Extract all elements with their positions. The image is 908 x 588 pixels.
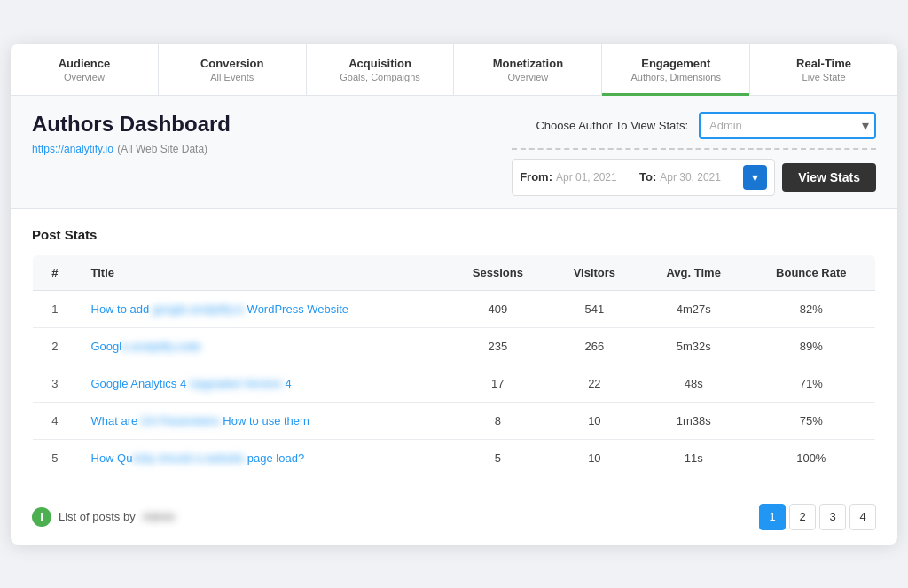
row-title: Google Analytics 4 Upgraded Version 4 <box>77 365 447 402</box>
row-title: What are GA Parameters How to use them <box>77 402 447 439</box>
author-select-wrapper[interactable]: Admin <box>699 112 876 139</box>
row-num: 1 <box>33 290 77 327</box>
info-icon: i <box>32 507 51 527</box>
header-right: Choose Author To View Stats: Admin From:… <box>512 112 876 196</box>
date-row: From: To: ▾ View Stats <box>512 148 876 196</box>
title-blurred-part: ickly should a website <box>132 451 244 465</box>
title-blurred-part: GA Parameters <box>141 414 223 427</box>
date-to-input[interactable] <box>660 171 740 184</box>
post-stats-table: # Title Sessions Visitors Avg. Time Boun… <box>32 255 876 477</box>
row-visitors: 10 <box>549 402 640 439</box>
tab-acquisition[interactable]: Acquisition Goals, Compaigns <box>307 44 455 95</box>
row-title: How to add google.analytify.io WordPress… <box>77 290 447 327</box>
col-header-visitors: Visitors <box>549 255 640 290</box>
footer-info: i List of posts by Admin <box>32 507 176 527</box>
post-title-link[interactable]: How Quickly should a website page load? <box>91 451 305 465</box>
row-visitors: 10 <box>549 439 640 476</box>
row-visitors: 541 <box>549 290 640 327</box>
row-bounce-rate: 75% <box>748 402 876 439</box>
row-sessions: 235 <box>447 327 549 365</box>
title-blurred-part: google.analytify.io <box>153 302 244 316</box>
post-title-link[interactable]: Google Analytics 4 Upgraded Version 4 <box>91 377 292 390</box>
tab-audience[interactable]: Audience Overview <box>11 44 159 95</box>
row-num: 5 <box>33 439 77 476</box>
site-label: (All Web Site Data) <box>117 143 207 155</box>
footer-author-blurred: Admin <box>143 510 176 523</box>
page-button-1[interactable]: 1 <box>759 504 786 530</box>
row-visitors: 266 <box>549 327 640 365</box>
footer-list-label: List of posts by <box>59 510 136 523</box>
tab-monetization[interactable]: Monetization Overview <box>454 44 602 95</box>
row-num: 4 <box>33 402 77 439</box>
col-header-avgtime: Avg. Time <box>640 255 748 290</box>
row-num: 3 <box>33 365 77 402</box>
title-blurred-part: Upgraded Version <box>186 377 285 390</box>
row-title: Google.analytify.code <box>77 327 447 365</box>
tab-conversion[interactable]: Conversion All Events <box>159 44 307 95</box>
row-avg-time: 5m32s <box>640 327 748 365</box>
row-bounce-rate: 89% <box>748 327 876 365</box>
date-from-input[interactable] <box>556 171 636 184</box>
row-avg-time: 4m27s <box>640 290 748 327</box>
tab-engagement[interactable]: Engagement Authors, Dimensions <box>602 44 750 95</box>
table-row: 4What are GA Parameters How to use them8… <box>33 402 876 439</box>
row-bounce-rate: 82% <box>748 290 876 327</box>
row-bounce-rate: 71% <box>748 365 876 402</box>
date-range-box[interactable]: From: To: ▾ <box>512 159 775 196</box>
page-button-2[interactable]: 2 <box>789 504 816 530</box>
row-sessions: 409 <box>447 290 549 327</box>
pagination: 1234 <box>759 504 876 530</box>
row-bounce-rate: 100% <box>748 439 876 476</box>
page-button-4[interactable]: 4 <box>849 504 876 530</box>
row-sessions: 17 <box>447 365 549 402</box>
author-select-row: Choose Author To View Stats: Admin <box>536 112 876 139</box>
table-row: 2Google.analytify.code2352665m32s89% <box>33 327 876 365</box>
post-title-link[interactable]: How to add google.analytify.io WordPress… <box>91 302 349 316</box>
row-sessions: 8 <box>447 402 549 439</box>
view-stats-button[interactable]: View Stats <box>782 163 876 192</box>
date-dropdown-button[interactable]: ▾ <box>743 165 767 190</box>
row-avg-time: 1m38s <box>640 402 748 439</box>
post-title-link[interactable]: Google.analytify.code <box>91 340 201 353</box>
table-row: 1How to add google.analytify.io WordPres… <box>33 290 876 327</box>
dashboard-header: Authors Dashboard https://analytify.io (… <box>11 96 897 209</box>
col-header-sessions: Sessions <box>447 255 549 290</box>
title-blurred-part: e.analytify.code <box>121 340 200 353</box>
table-footer: i List of posts by Admin 1234 <box>11 495 897 545</box>
from-label: From: <box>520 170 552 184</box>
table-section: Post Stats # Title Sessions Visitors Avg… <box>11 209 897 495</box>
table-row: 5How Quickly should a website page load?… <box>33 439 876 476</box>
row-sessions: 5 <box>447 439 549 476</box>
header-left: Authors Dashboard https://analytify.io (… <box>32 112 231 156</box>
page-title: Authors Dashboard <box>32 112 231 137</box>
table-title: Post Stats <box>32 227 876 242</box>
col-header-title: Title <box>77 255 447 290</box>
main-container: Audience Overview Conversion All Events … <box>11 44 897 545</box>
author-select[interactable]: Admin <box>699 112 876 139</box>
row-avg-time: 48s <box>640 365 748 402</box>
choose-author-label: Choose Author To View Stats: <box>536 119 688 132</box>
col-header-num: # <box>33 255 77 290</box>
col-header-bounce: Bounce Rate <box>748 255 876 290</box>
row-visitors: 22 <box>549 365 640 402</box>
row-num: 2 <box>33 327 77 365</box>
tab-realtime[interactable]: Real-Time Live State <box>750 44 897 95</box>
row-title: How Quickly should a website page load? <box>77 439 447 476</box>
table-row: 3Google Analytics 4 Upgraded Version 417… <box>33 365 876 402</box>
nav-tabs: Audience Overview Conversion All Events … <box>11 44 897 96</box>
row-avg-time: 11s <box>640 439 748 476</box>
page-button-3[interactable]: 3 <box>819 504 846 530</box>
to-label: To: <box>639 170 656 184</box>
site-url-link[interactable]: https://analytify.io <box>32 143 114 155</box>
post-title-link[interactable]: What are GA Parameters How to use them <box>91 414 309 427</box>
